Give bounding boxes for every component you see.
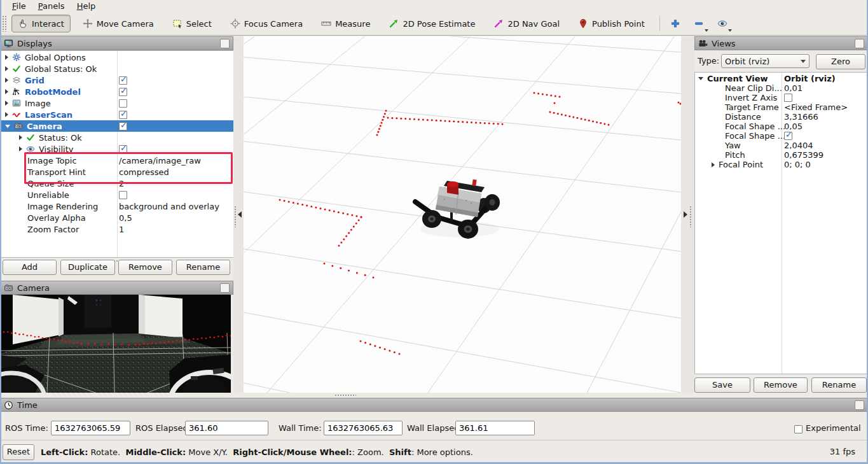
displays-row-image[interactable]: Image [1,97,234,109]
image-rendering-value[interactable]: background and overlay [119,202,219,211]
view-type-dropdown[interactable]: Orbit (rviz) [721,54,809,68]
displays-row-zoom-factor[interactable]: Zoom Factor1 [1,223,234,235]
displays-row-transport-hint[interactable]: Transport Hintcompressed [1,166,234,178]
expand-arrow-closed[interactable] [5,112,8,117]
collapse-right-icon[interactable] [684,211,687,218]
tool-focus-camera[interactable]: Focus Camera [224,15,309,32]
camera-float-button[interactable] [220,283,230,293]
zero-button[interactable]: Zero [816,54,865,69]
tool-publish-point[interactable]: Publish Point [572,15,651,32]
queue-size-value[interactable]: 2 [119,179,124,188]
tool-minus-button[interactable] [691,17,706,31]
views-row-focal-shape[interactable]: Focal Shape ...0,05 [695,122,868,131]
views-row-near-clip-di[interactable]: Near Clip Di...0,01 [695,83,868,93]
3d-viewport[interactable] [244,36,681,393]
current-view-value[interactable]: Orbit (rviz) [784,74,836,83]
focal-point-value[interactable]: 0; 0; 0 [784,160,811,169]
displays-row-queue-size[interactable]: Queue Size2 [1,178,234,189]
chevron-down-icon[interactable] [728,29,732,32]
displays-row-global-options[interactable]: Global Options [1,52,234,63]
robotmodel-checkbox[interactable] [119,88,127,96]
views-row-yaw[interactable]: Yaw2,0404 [695,141,868,150]
displays-row-robotmodel[interactable]: RobotModel [1,86,234,97]
menu-help[interactable]: Help [71,1,102,11]
reset-button[interactable]: Reset [3,444,34,460]
expand-arrow-closed[interactable] [5,89,8,94]
time-float-button[interactable] [855,400,864,410]
displays-row-image-topic[interactable]: Image Topic/camera/image_raw [1,155,234,166]
wall-time-input[interactable] [324,421,403,435]
experimental-checkbox[interactable] [794,425,803,433]
displays-rename-button[interactable]: Rename [176,260,230,275]
tool-select[interactable]: Select [166,15,218,32]
collapse-left-icon[interactable] [238,211,242,218]
views-remove-button[interactable]: Remove [754,377,808,393]
expand-arrow-closed[interactable] [5,78,8,83]
camera-checkbox[interactable] [119,122,127,130]
ros-elapsed-input[interactable] [185,421,268,435]
displays-row-grid[interactable]: Grid [1,74,234,86]
expand-arrow-closed[interactable] [5,55,8,60]
displays-float-button[interactable] [220,39,230,48]
views-save-button[interactable]: Save [694,377,750,393]
menu-file[interactable]: File [6,1,32,11]
displays-duplicate-button[interactable]: Duplicate [60,260,115,275]
expand-arrow-closed[interactable] [19,146,22,151]
laserscan-checkbox[interactable] [119,111,127,119]
tool-2d-nav-goal[interactable]: 2D Nav Goal [487,15,566,32]
target-frame-value[interactable]: <Fixed Frame> [784,102,848,112]
displays-row-laserscan[interactable]: LaserScan [1,109,234,120]
tool-interact[interactable]: Interact [11,15,71,32]
ros-time-input[interactable] [51,421,130,435]
expand-arrow-closed[interactable] [5,101,8,106]
tool-move-camera[interactable]: Move Camera [76,15,160,32]
grid-checkbox[interactable] [119,76,127,85]
displays-row-unreliable[interactable]: Unreliable [1,189,234,200]
pitch-value[interactable]: 0,675399 [784,150,823,160]
views-row-invert-z-axis[interactable]: Invert Z Axis [695,93,868,102]
displays-row-image-rendering[interactable]: Image Renderingbackground and overlay [1,200,234,212]
tool-plus-button[interactable] [668,17,683,31]
displays-row-global-status-ok[interactable]: Global Status: Ok [1,63,234,74]
yaw-value[interactable]: 2,0404 [784,141,813,150]
transport-hint-value[interactable]: compressed [119,167,169,177]
views-row-distance[interactable]: Distance3,31666 [695,112,868,122]
invert-z-axis-checkbox[interactable] [784,94,792,102]
expand-arrow-closed[interactable] [5,66,8,71]
views-float-button[interactable] [855,39,864,48]
left-splitter[interactable] [233,36,244,393]
tool-measure[interactable]: Measure [315,15,376,32]
toolbar-grip[interactable] [2,15,7,32]
image-topic-value[interactable]: /camera/image_raw [119,156,201,165]
displays-row-camera[interactable]: Camera [1,120,234,132]
displays-remove-button[interactable]: Remove [118,260,172,275]
views-row-focal-point[interactable]: Focal Point0; 0; 0 [695,160,868,169]
displays-row-overlay-alpha[interactable]: Overlay Alpha0,5 [1,212,234,223]
views-row-focal-shape[interactable]: Focal Shape ... [695,131,868,141]
right-splitter[interactable] [681,36,694,393]
visibility-checkbox[interactable] [119,145,127,153]
expand-arrow-open[interactable] [698,77,703,80]
near-clip-di-value[interactable]: 0,01 [784,83,803,93]
image-checkbox[interactable] [119,99,127,108]
views-row-current-view[interactable]: Current ViewOrbit (rviz) [695,74,868,83]
views-rename-button[interactable]: Rename [811,377,867,393]
wall-elapsed-input[interactable] [455,421,535,435]
unreliable-checkbox[interactable] [119,191,127,199]
chevron-down-icon[interactable] [705,29,708,32]
displays-add-button[interactable]: Add [3,260,57,275]
distance-value[interactable]: 3,31666 [784,112,818,122]
tool-eye-button[interactable] [715,17,730,31]
views-row-target-frame[interactable]: Target Frame<Fixed Frame> [695,102,868,112]
tool-2d-pose-estimate[interactable]: 2D Pose Estimate [382,15,481,32]
displays-row-status-ok[interactable]: Status: Ok [1,132,234,143]
zoom-factor-value[interactable]: 1 [119,225,124,234]
views-row-pitch[interactable]: Pitch0,675399 [695,150,868,160]
displays-row-visibility[interactable]: Visibility [1,143,234,155]
focal-shape-checkbox[interactable] [784,132,792,140]
splitter-handle[interactable] [334,394,356,397]
expand-arrow-open[interactable] [5,125,10,128]
expand-arrow-closed[interactable] [712,162,715,167]
overlay-alpha-value[interactable]: 0,5 [119,213,132,223]
expand-arrow-closed[interactable] [19,135,22,140]
